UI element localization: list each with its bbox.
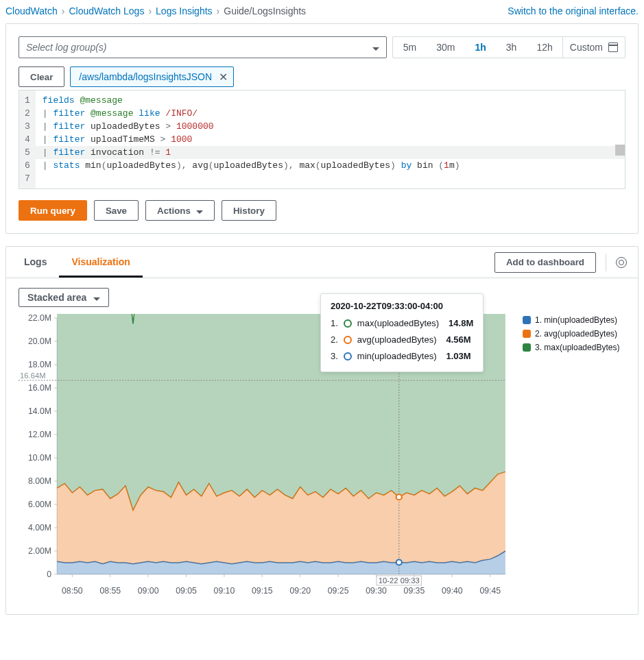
svg-text:22.0M: 22.0M <box>28 314 51 323</box>
svg-text:10.0M: 10.0M <box>28 453 51 463</box>
svg-text:2.00M: 2.00M <box>28 546 51 556</box>
svg-text:08:55: 08:55 <box>99 586 121 596</box>
time-range-1h[interactable]: 1h <box>464 37 495 58</box>
svg-text:16.0M: 16.0M <box>28 383 51 393</box>
gear-icon[interactable] <box>616 257 627 268</box>
svg-text:09:40: 09:40 <box>442 586 463 596</box>
svg-text:09:05: 09:05 <box>176 586 197 596</box>
svg-text:20.0M: 20.0M <box>28 337 51 346</box>
svg-text:09:35: 09:35 <box>404 586 425 596</box>
svg-text:09:45: 09:45 <box>479 586 501 596</box>
chart-type-select[interactable]: Stacked area <box>19 288 109 307</box>
tooltip-row: 2.avg(uploadedBytes)4.56M <box>331 332 473 348</box>
legend-item[interactable]: 1. min(uploadedBytes) <box>523 315 625 325</box>
chevron-down-icon <box>93 292 100 303</box>
svg-text:6.00M: 6.00M <box>28 500 51 509</box>
query-editor[interactable]: 1234567 fields @message | filter @messag… <box>19 90 625 189</box>
calendar-icon <box>608 42 618 52</box>
svg-text:14.0M: 14.0M <box>28 406 51 416</box>
actions-button[interactable]: Actions <box>145 200 215 221</box>
breadcrumb-current: Guide/LogsInsights <box>224 5 306 16</box>
breadcrumb: CloudWatch › CloudWatch Logs › Logs Insi… <box>5 5 306 16</box>
log-group-chip-label: /aws/lambda/logsInsightsJSON <box>79 71 212 82</box>
tooltip-row: 3.min(uploadedBytes)1.03M <box>331 348 473 365</box>
chevron-right-icon: › <box>62 5 65 16</box>
time-range-5m[interactable]: 5m <box>393 37 426 58</box>
svg-point-29 <box>396 559 402 565</box>
switch-interface-link[interactable]: Switch to the original interface. <box>508 5 639 16</box>
chart-tooltip: 2020-10-22T09:33:00-04:00 1.max(uploaded… <box>320 293 484 372</box>
svg-text:8.00M: 8.00M <box>28 476 51 486</box>
svg-text:09:10: 09:10 <box>214 586 235 596</box>
breadcrumb-insights[interactable]: Logs Insights <box>156 5 213 16</box>
svg-text:10-22 09:33: 10-22 09:33 <box>379 576 420 585</box>
visualization-panel: Logs Visualization Add to dashboard Stac… <box>5 246 639 615</box>
svg-text:18.0M: 18.0M <box>28 360 51 369</box>
svg-text:09:20: 09:20 <box>289 586 311 596</box>
tab-logs[interactable]: Logs <box>12 247 59 278</box>
svg-point-30 <box>396 494 402 500</box>
save-button[interactable]: Save <box>94 200 139 221</box>
time-range-custom[interactable]: Custom <box>563 37 625 58</box>
svg-text:09:30: 09:30 <box>366 586 387 596</box>
time-range-3h[interactable]: 3h <box>496 37 527 58</box>
svg-text:08:50: 08:50 <box>62 586 83 596</box>
svg-text:0: 0 <box>47 570 51 579</box>
legend-item[interactable]: 2. avg(uploadedBytes) <box>523 329 625 339</box>
svg-text:09:15: 09:15 <box>252 586 273 596</box>
log-group-placeholder: Select log group(s) <box>26 42 107 53</box>
svg-text:09:00: 09:00 <box>138 586 159 596</box>
chevron-right-icon: › <box>148 5 152 16</box>
query-panel: Select log group(s) 5m 30m 1h 3h 12h Cus… <box>5 23 639 234</box>
run-query-button[interactable]: Run query <box>19 200 87 221</box>
breadcrumb-cloudwatch[interactable]: CloudWatch <box>5 5 58 16</box>
scrollbar-thumb[interactable] <box>615 145 625 156</box>
time-range-picker: 5m 30m 1h 3h 12h Custom <box>392 36 625 58</box>
svg-text:16.64M: 16.64M <box>20 371 45 380</box>
time-range-12h[interactable]: 12h <box>526 37 562 58</box>
chevron-down-icon <box>372 42 379 53</box>
log-group-select[interactable]: Select log group(s) <box>19 36 387 58</box>
tooltip-row: 1.max(uploadedBytes)14.8M <box>331 315 473 332</box>
tab-visualization[interactable]: Visualization <box>59 247 142 278</box>
chevron-down-icon <box>196 206 203 216</box>
chart-plot[interactable]: 2020-10-22T09:33:00-04:00 1.max(uploaded… <box>19 314 509 602</box>
log-group-chip[interactable]: /aws/lambda/logsInsightsJSON ✕ <box>70 66 234 87</box>
svg-text:4.00M: 4.00M <box>28 523 51 533</box>
legend-item[interactable]: 3. max(uploadedBytes) <box>523 343 625 352</box>
history-button[interactable]: History <box>222 200 276 221</box>
svg-text:09:25: 09:25 <box>328 586 349 596</box>
chevron-right-icon: › <box>217 5 220 16</box>
breadcrumb-logs[interactable]: CloudWatch Logs <box>69 5 144 16</box>
tooltip-title: 2020-10-22T09:33:00-04:00 <box>331 301 473 311</box>
time-range-30m[interactable]: 30m <box>426 37 464 58</box>
close-icon[interactable]: ✕ <box>219 71 228 84</box>
chart-legend: 1. min(uploadedBytes)2. avg(uploadedByte… <box>509 314 625 602</box>
clear-button[interactable]: Clear <box>19 66 64 87</box>
svg-text:12.0M: 12.0M <box>28 430 51 439</box>
add-to-dashboard-button[interactable]: Add to dashboard <box>494 252 596 273</box>
